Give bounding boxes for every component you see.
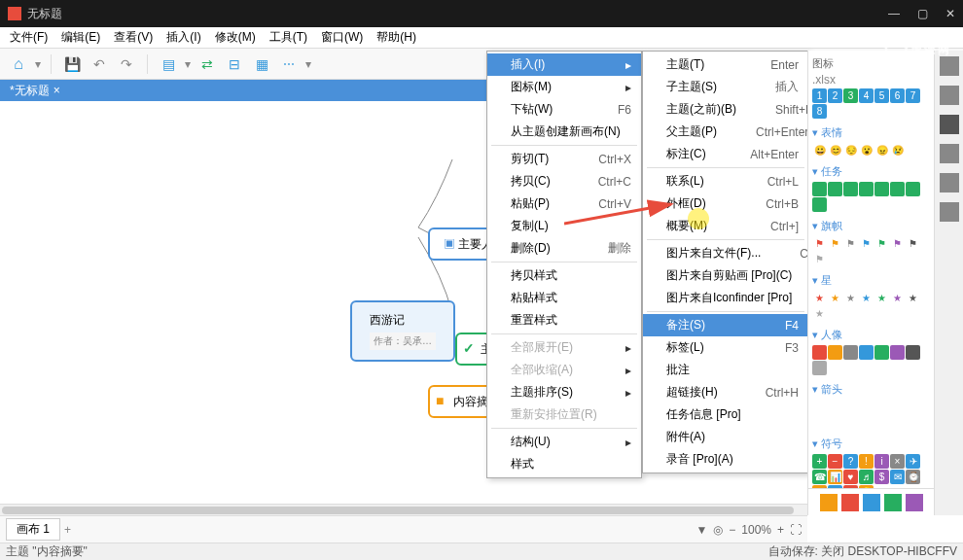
menu-tools[interactable]: 工具(T) xyxy=(264,27,313,48)
sym-icon[interactable]: ♬ xyxy=(859,470,874,484)
face-icon[interactable]: 😠 xyxy=(874,143,889,158)
star-icon[interactable]: ★ xyxy=(828,291,842,305)
star-icon[interactable]: ★ xyxy=(859,291,874,305)
menu-item[interactable]: 下钻(W)F6 xyxy=(487,98,641,121)
num-2-icon[interactable]: 2 xyxy=(828,88,842,103)
menu-help[interactable]: 帮助(H) xyxy=(371,27,422,48)
menu-item[interactable]: 子主题(S)插入 xyxy=(643,76,808,98)
flag-icon[interactable]: ⚑ xyxy=(890,236,905,251)
pie-icon[interactable] xyxy=(828,182,842,196)
menu-item[interactable]: 父主题(P)Ctrl+Enter xyxy=(643,121,808,143)
menu-item[interactable]: 图片来自文件(F)...Ctrl+I xyxy=(643,242,808,264)
central-node[interactable]: 西游记 作者：吴承… xyxy=(350,300,455,362)
add-sheet-button[interactable]: + xyxy=(64,523,71,537)
menu-item[interactable]: 外框(D)Ctrl+B xyxy=(643,192,808,215)
sym-icon[interactable]: $ xyxy=(874,470,889,484)
maximize-button[interactable]: ▢ xyxy=(917,7,928,20)
sidebar-icon[interactable] xyxy=(940,56,959,76)
menu-item[interactable]: 主题(T)Enter xyxy=(643,53,808,76)
sidebar-icon[interactable] xyxy=(940,173,959,192)
num-4-icon[interactable]: 4 xyxy=(859,88,874,103)
face-icon[interactable]: 😮 xyxy=(859,143,874,158)
sym-icon[interactable]: ☎ xyxy=(812,470,827,484)
mini-icon[interactable] xyxy=(906,494,923,511)
menu-item[interactable]: 样式 xyxy=(487,453,641,475)
sym-icon[interactable]: i xyxy=(874,454,889,469)
menu-item[interactable]: 删除(D)删除 xyxy=(487,237,641,260)
section-arrows[interactable]: 箭头 xyxy=(812,379,930,398)
sym-icon[interactable]: ? xyxy=(843,454,858,469)
person-icon[interactable] xyxy=(812,361,827,375)
menu-item[interactable]: 拷贝(C)Ctrl+C xyxy=(487,170,641,192)
dropdown-icon[interactable]: ▾ xyxy=(305,57,311,71)
tool-button-1[interactable]: ▤ xyxy=(158,53,179,75)
menu-window[interactable]: 窗口(W) xyxy=(315,27,369,48)
more-button[interactable]: ⋯ xyxy=(278,53,300,75)
dropdown-icon[interactable]: ▾ xyxy=(185,57,191,71)
pie-icon[interactable] xyxy=(859,182,874,196)
arrow-icon[interactable]: ↗ xyxy=(890,400,905,414)
menu-item[interactable]: 结构(U)▸ xyxy=(487,431,641,453)
sheet-tab[interactable]: 画布 1 xyxy=(6,518,60,541)
arrow-icon[interactable]: ↑ xyxy=(812,400,827,414)
person-icon[interactable] xyxy=(874,345,889,360)
menu-modify[interactable]: 修改(M) xyxy=(209,27,262,48)
sidebar-icon[interactable] xyxy=(940,202,959,222)
mini-icon[interactable] xyxy=(841,494,859,511)
sym-icon[interactable]: ! xyxy=(859,454,874,469)
menu-item[interactable]: 重置样式 xyxy=(487,309,641,332)
tool-button-3[interactable]: ⊟ xyxy=(224,53,245,75)
star-icon[interactable]: ★ xyxy=(812,291,827,305)
menu-item[interactable]: 标签(L)F3 xyxy=(643,336,808,359)
pie-icon[interactable] xyxy=(812,197,827,212)
mini-icon[interactable] xyxy=(863,494,880,511)
menu-item[interactable]: 粘贴样式 xyxy=(487,287,641,309)
menu-item[interactable]: 超链接(H)Ctrl+H xyxy=(643,381,808,403)
sym-icon[interactable]: + xyxy=(812,454,827,469)
num-6-icon[interactable]: 6 xyxy=(890,88,905,103)
sidebar-icon[interactable] xyxy=(940,144,959,163)
person-icon[interactable] xyxy=(843,345,858,360)
flag-icon[interactable]: ⚑ xyxy=(812,252,827,266)
section-flags[interactable]: 旗帜 xyxy=(812,216,930,234)
refresh-icon[interactable]: ↻ xyxy=(828,415,842,430)
person-icon[interactable] xyxy=(890,345,905,360)
star-icon[interactable]: ★ xyxy=(906,291,920,305)
face-icon[interactable]: 😔 xyxy=(843,143,858,158)
section-people[interactable]: 人像 xyxy=(812,325,930,343)
star-icon[interactable]: ★ xyxy=(812,306,827,321)
flag-icon[interactable]: ⚑ xyxy=(812,236,827,251)
menu-insert[interactable]: 插入(I) xyxy=(160,27,206,48)
menu-item[interactable]: 从主题创建新画布(N)Ctrl+Alt+T xyxy=(487,121,641,143)
section-stars[interactable]: 星 xyxy=(812,270,930,289)
num-1-icon[interactable]: 1 xyxy=(812,88,827,103)
menu-item[interactable]: 图标(M)▸ xyxy=(487,76,641,98)
section-faces[interactable]: 表情 xyxy=(812,122,930,141)
face-icon[interactable]: 😢 xyxy=(890,143,905,158)
arrow-icon[interactable]: ↙ xyxy=(812,415,827,430)
menu-item[interactable]: 图片来自Iconfinder [Pro] xyxy=(643,287,808,309)
mini-icon[interactable] xyxy=(884,494,902,511)
redo-button[interactable]: ↷ xyxy=(116,53,137,75)
zoom-out-button[interactable]: − xyxy=(729,523,735,537)
horizontal-scrollbar[interactable] xyxy=(0,504,807,515)
menu-item[interactable]: 录音 [Pro](A) xyxy=(643,448,808,471)
target-icon[interactable]: ◎ xyxy=(713,523,723,537)
flag-icon[interactable]: ⚑ xyxy=(874,236,889,251)
dropdown-icon[interactable]: ▾ xyxy=(35,57,41,71)
scrollbar-thumb[interactable] xyxy=(2,507,794,514)
sym-icon[interactable]: ♥ xyxy=(843,470,858,484)
flag-icon[interactable]: ⚑ xyxy=(828,236,842,251)
tool-button-2[interactable]: ⇄ xyxy=(196,53,218,75)
flag-icon[interactable]: ⚑ xyxy=(859,236,874,251)
menu-item[interactable]: 概要(M)Ctrl+] xyxy=(643,215,808,237)
flag-icon[interactable]: ⚑ xyxy=(843,236,858,251)
menu-item[interactable]: 粘贴(P)Ctrl+V xyxy=(487,192,641,215)
menu-item[interactable]: 主题排序(S)▸ xyxy=(487,381,641,403)
menu-edit[interactable]: 编辑(E) xyxy=(55,27,106,48)
flag-icon[interactable]: ⚑ xyxy=(906,236,920,251)
tab-untitled[interactable]: *无标题 × xyxy=(0,80,70,101)
arrow-icon[interactable]: ↖ xyxy=(874,400,889,414)
menu-item[interactable]: 图片来自剪贴画 [Pro](C) xyxy=(643,264,808,287)
arrow-icon[interactable]: ↘ xyxy=(906,400,920,414)
